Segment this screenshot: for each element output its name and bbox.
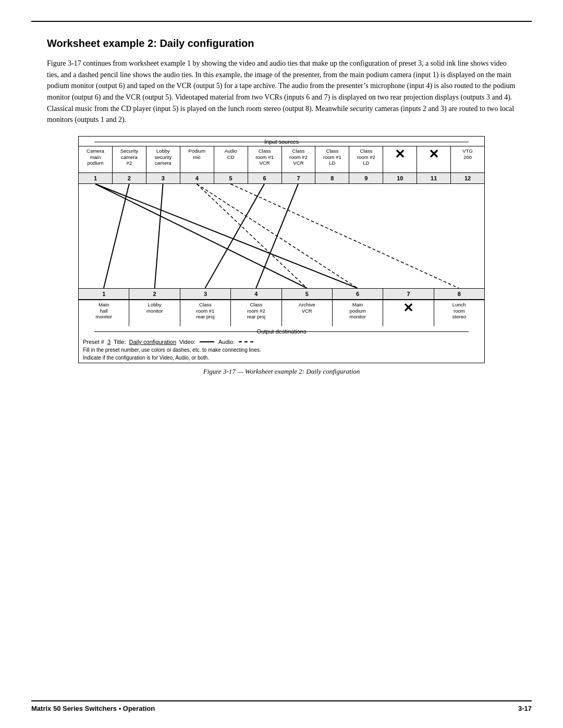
audio-line-4-5: [197, 184, 307, 288]
input-label-3: Lobbysecuritycamera: [146, 146, 180, 172]
preset-row: Preset # 3 Title: Daily configuration Vi…: [79, 337, 484, 346]
figure-caption: Figure 3-17 — Worksheet example 2: Daily…: [47, 367, 516, 376]
diagram-wrapper: Input sources Cameramainpodium Securityc…: [47, 136, 516, 363]
body-text: Figure 3-17 continues from worksheet exa…: [47, 58, 516, 126]
video-line-1-5: [95, 184, 307, 288]
output-num-8: 8: [434, 289, 484, 299]
output-num-4: 4: [231, 289, 282, 299]
output-label-8: Lunchroomstereo: [434, 300, 484, 326]
output-label-5: ArchiveVCR: [282, 300, 333, 326]
output-num-6: 6: [333, 289, 383, 299]
preset-title: Daily configuration: [129, 339, 177, 345]
output-num-7: 7: [383, 289, 434, 299]
input-label-1: Cameramainpodium: [79, 146, 113, 172]
output-label-6: Mainpodiummonitor: [333, 300, 383, 326]
audio-line-4-6: [197, 184, 357, 288]
section-title: Worksheet example 2: Daily configuration: [47, 38, 516, 50]
title-label: Title:: [114, 339, 126, 345]
output-num-row: 1 2 3 4 5 6 7 8: [79, 288, 484, 300]
audio-label: Audio:: [218, 339, 235, 345]
output-label-4: Classroom #2rear proj: [231, 300, 282, 326]
input-label-10: ✕: [383, 146, 417, 172]
input-num-9: 9: [349, 173, 383, 183]
input-label-4: Podiummic: [180, 146, 214, 172]
output-num-5: 5: [282, 289, 333, 299]
input-label-6: Classroom #1VCR: [248, 146, 282, 172]
input-label-9: Classroom #2LD: [349, 146, 383, 172]
output-dest-label: Output destinations: [79, 326, 484, 337]
input-label-7: Classroom #2VCR: [282, 146, 316, 172]
output-label-1: Mainhallmonitor: [79, 300, 129, 326]
input-label-11: ✕: [417, 146, 451, 172]
input-num-10: 10: [383, 173, 417, 183]
instruction-2: Indicate if the configuration is for Vid…: [83, 354, 480, 362]
input-label-2: Securitycamera#2: [113, 146, 146, 172]
video-line-1-6: [95, 184, 358, 288]
video-line-3-2: [155, 184, 163, 288]
video-line-6-3: [205, 184, 264, 288]
preset-instructions: Fill in the preset number, use colors or…: [79, 346, 484, 363]
output-num-1: 1: [79, 289, 129, 299]
preset-number: 3: [107, 339, 111, 345]
input-label-8: Classroom #1LD: [315, 146, 349, 172]
content: Worksheet example 2: Daily configuration…: [47, 22, 516, 376]
diagram: Input sources Cameramainpodium Securityc…: [78, 136, 485, 363]
video-label: Video:: [179, 339, 195, 345]
input-num-5: 5: [214, 173, 248, 183]
outputs-label-row: Mainhallmonitor Lobbymonitor Classroom #…: [79, 300, 484, 326]
input-num-2: 2: [113, 173, 146, 183]
instruction-1: Fill in the preset number, use colors or…: [83, 346, 480, 354]
video-line-sample: [200, 341, 214, 342]
video-line-2-1: [104, 184, 129, 288]
output-num-2: 2: [129, 289, 180, 299]
output-num-3: 3: [180, 289, 231, 299]
input-num-row: 1 2 3 4 5 6 7 8 9 10 11 12: [79, 173, 484, 184]
footer: Matrix 50 Series Switchers • Operation 3…: [31, 700, 532, 712]
audio-line-5-8: [230, 184, 459, 288]
input-sources-label: Input sources: [79, 137, 484, 146]
input-num-3: 3: [146, 173, 180, 183]
connection-lines-svg: [79, 184, 484, 288]
inputs-label-row: Cameramainpodium Securitycamera#2 Lobbys…: [79, 146, 484, 173]
output-label-2: Lobbymonitor: [129, 300, 180, 326]
output-label-3: Classroom #1rear proj: [180, 300, 231, 326]
preset-label: Preset #: [83, 339, 104, 345]
output-label-7: ✕: [383, 300, 434, 326]
input-num-7: 7: [282, 173, 316, 183]
audio-line-sample: [239, 341, 253, 342]
input-label-5: AudioCD: [214, 146, 248, 172]
footer-right: 3-17: [518, 705, 532, 712]
input-num-6: 6: [248, 173, 282, 183]
input-num-8: 8: [315, 173, 349, 183]
footer-left: Matrix 50 Series Switchers • Operation: [31, 705, 155, 712]
input-num-11: 11: [417, 173, 451, 183]
input-num-12: 12: [451, 173, 484, 183]
input-label-12: VTG200: [451, 146, 484, 172]
input-num-1: 1: [79, 173, 113, 183]
input-num-4: 4: [180, 173, 214, 183]
lines-area: [79, 184, 484, 288]
